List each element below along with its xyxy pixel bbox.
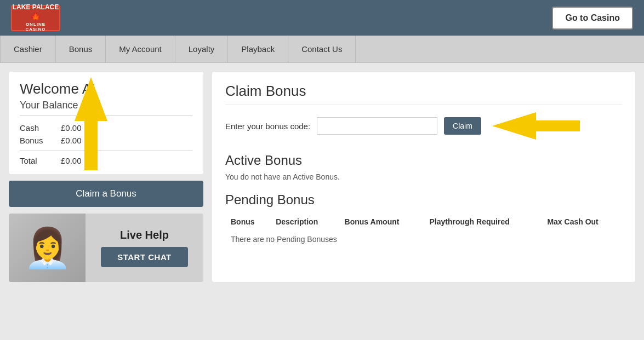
- nav-item-contact-us-label: Contact Us: [301, 44, 342, 54]
- main-content: Welcome A! Your Balance Cash £0.00 Bonus…: [0, 63, 644, 291]
- nav-item-loyalty[interactable]: Loyalty: [175, 36, 229, 62]
- live-help-box: 👩‍💼 Live Help START CHAT: [9, 214, 203, 282]
- bonus-value: £0.00: [61, 136, 82, 145]
- balance-divider: [20, 150, 192, 151]
- live-help-content: Live Help START CHAT: [86, 223, 203, 273]
- total-label: Total: [20, 156, 50, 165]
- goto-casino-button[interactable]: Go to Casino: [552, 7, 633, 30]
- bonus-code-row: Enter your bonus code: Claim: [225, 112, 622, 140]
- nav-item-cashier-label: Cashier: [14, 44, 42, 54]
- logo-box: LAKE PALACE 🍁 ONLINE CASINO: [11, 5, 60, 31]
- pending-bonus-section: Pending Bonus Bonus Description Bonus Am…: [225, 192, 622, 248]
- nav-item-bonus[interactable]: Bonus: [56, 36, 106, 62]
- logo-icon: 🍁: [30, 11, 41, 22]
- logo-text-line1: LAKE PALACE: [13, 3, 59, 11]
- no-pending-message: There are no Pending Bonuses: [225, 230, 622, 248]
- claim-bonus-section: Claim Bonus Enter your bonus code: Claim: [225, 83, 622, 140]
- pending-bonus-table: Bonus Description Bonus Amount Playthrou…: [225, 213, 622, 248]
- nav-item-contact-us[interactable]: Contact Us: [288, 36, 356, 62]
- claim-code-button[interactable]: Claim: [444, 117, 481, 135]
- claim-bonus-title: Claim Bonus: [225, 83, 622, 105]
- no-active-bonus-message: You do not have an Active Bonus.: [225, 172, 622, 181]
- active-bonus-section: Active Bonus You do not have an Active B…: [225, 153, 622, 181]
- welcome-title: Welcome A!: [20, 80, 192, 97]
- annotation-arrow-left: [492, 112, 580, 140]
- start-chat-button[interactable]: START CHAT: [101, 247, 188, 267]
- left-panel: Welcome A! Your Balance Cash £0.00 Bonus…: [9, 72, 203, 282]
- col-playthrough: Playthrough Required: [424, 213, 542, 230]
- cash-label: Cash: [20, 123, 50, 132]
- logo-text-line3: CASINO: [25, 27, 45, 32]
- bonus-code-input[interactable]: [317, 117, 437, 135]
- svg-marker-1: [492, 112, 580, 140]
- claim-bonus-button[interactable]: Claim a Bonus: [9, 181, 203, 207]
- nav-item-playback[interactable]: Playback: [228, 36, 288, 62]
- logo-text-line2: ONLINE: [26, 22, 45, 27]
- your-balance-label: Your Balance: [20, 100, 192, 116]
- col-bonus-amount: Bonus Amount: [339, 213, 424, 230]
- nav-item-my-account[interactable]: My Account: [106, 36, 175, 62]
- logo: LAKE PALACE 🍁 ONLINE CASINO: [11, 5, 60, 31]
- right-panel: Claim Bonus Enter your bonus code: Claim…: [212, 72, 635, 282]
- header: LAKE PALACE 🍁 ONLINE CASINO Go to Casino: [0, 0, 644, 36]
- col-max-cash-out: Max Cash Out: [542, 213, 622, 230]
- nav-item-bonus-label: Bonus: [69, 44, 93, 54]
- active-bonus-title: Active Bonus: [225, 153, 622, 168]
- nav-item-my-account-label: My Account: [119, 44, 162, 54]
- no-pending-bonus-row: There are no Pending Bonuses: [225, 230, 622, 248]
- bonus-balance-row: Bonus £0.00: [20, 134, 192, 147]
- col-bonus: Bonus: [225, 213, 270, 230]
- nav-item-playback-label: Playback: [241, 44, 275, 54]
- bonus-label: Bonus: [20, 136, 50, 145]
- nav-bar: Cashier Bonus My Account Loyalty Playbac…: [0, 36, 644, 63]
- live-help-title: Live Help: [120, 229, 169, 241]
- pending-bonus-title: Pending Bonus: [225, 192, 622, 208]
- total-value: £0.00: [61, 156, 82, 165]
- cash-value: £0.00: [61, 123, 82, 132]
- nav-item-loyalty-label: Loyalty: [189, 44, 215, 54]
- nav-item-cashier[interactable]: Cashier: [0, 36, 56, 62]
- total-balance-row: Total £0.00: [20, 154, 192, 165]
- pending-table-header-row: Bonus Description Bonus Amount Playthrou…: [225, 213, 622, 230]
- welcome-box: Welcome A! Your Balance Cash £0.00 Bonus…: [9, 72, 203, 174]
- live-help-person-image: 👩‍💼: [9, 214, 86, 282]
- col-description: Description: [270, 213, 339, 230]
- bonus-code-label: Enter your bonus code:: [225, 122, 310, 131]
- cash-balance-row: Cash £0.00: [20, 122, 192, 134]
